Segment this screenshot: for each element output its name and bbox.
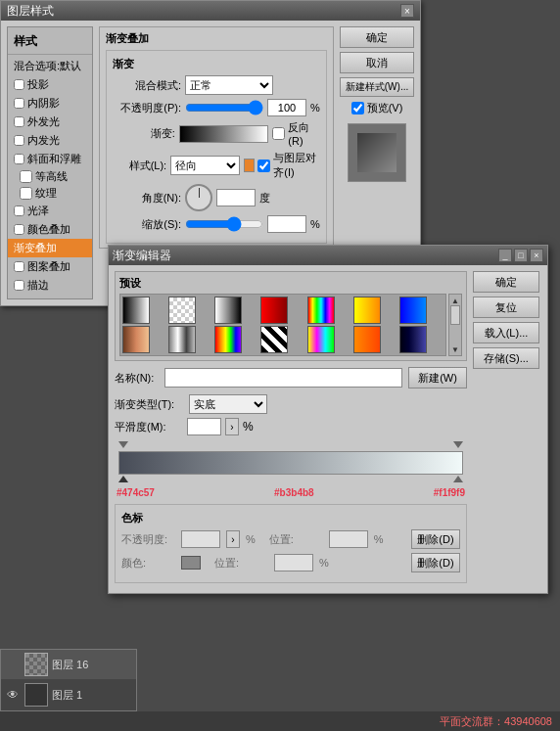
sidebar-item-inner-shadow[interactable]: 内阴影 <box>8 94 92 113</box>
angle-input[interactable]: 90 <box>216 189 256 206</box>
preset-swatch-trans[interactable] <box>168 297 196 324</box>
preset-swatch-gray[interactable] <box>214 297 242 324</box>
align-checkbox[interactable] <box>257 160 270 172</box>
pattern-overlay-checkbox[interactable] <box>14 261 24 272</box>
ge-presets-grid <box>119 294 446 356</box>
ge-gradient-bar[interactable] <box>118 451 463 475</box>
contour-checkbox[interactable] <box>20 170 32 183</box>
color-overlay-checkbox[interactable] <box>14 224 24 235</box>
preset-swatch-rainbow2[interactable] <box>214 326 242 353</box>
ge-opacity-delete-button[interactable]: 删除(D) <box>411 529 460 549</box>
preset-swatch-multi[interactable] <box>307 326 335 353</box>
gradient-preview-bar[interactable] <box>179 125 268 143</box>
ge-save-button[interactable]: 存储(S)... <box>473 347 539 369</box>
ge-close-button[interactable]: × <box>530 249 543 262</box>
ge-opacity-position-input[interactable] <box>329 530 368 548</box>
ge-stops-label: 色标 <box>121 511 460 525</box>
ge-load-button[interactable]: 载入(L)... <box>473 322 539 343</box>
ge-scroll-down-arrow[interactable]: ▼ <box>450 344 460 354</box>
opacity-input[interactable]: 100 <box>267 99 306 116</box>
layer-item-1[interactable]: 👁 图层 1 <box>1 680 136 710</box>
preset-swatch-stripe[interactable] <box>260 326 288 353</box>
reverse-checkbox-row: 反向(R) <box>272 120 320 147</box>
ge-smooth-input[interactable]: 100 <box>187 418 221 435</box>
satin-checkbox[interactable] <box>14 206 24 216</box>
ge-smooth-arrow-button[interactable]: › <box>225 418 239 435</box>
sidebar-item-outer-glow[interactable]: 外发光 <box>8 113 92 131</box>
sidebar-item-gradient-overlay[interactable]: 渐变叠加 <box>8 239 92 257</box>
scale-input[interactable]: 102 <box>267 215 306 233</box>
preset-swatch-yellow[interactable] <box>353 297 381 324</box>
sidebar-item-color-overlay[interactable]: 颜色叠加 <box>8 220 92 239</box>
preview-checkbox[interactable] <box>351 102 364 114</box>
sidebar-item-contour[interactable]: 等高线 <box>8 168 92 185</box>
ge-color-stop-right[interactable] <box>453 476 463 487</box>
style-select[interactable]: 径向 <box>170 156 240 175</box>
sidebar-item-satin[interactable]: 光泽 <box>8 202 92 220</box>
ge-presets-scrollbar[interactable]: ▲ ▼ <box>448 294 462 356</box>
new-style-button[interactable]: 新建样式(W)... <box>340 77 414 97</box>
opacity-slider[interactable] <box>185 103 263 113</box>
ge-name-input[interactable]: Custom <box>164 368 402 388</box>
cancel-button[interactable]: 取消 <box>340 52 414 73</box>
sidebar-item-blend-options[interactable]: 混合选项:默认 <box>8 57 92 75</box>
ge-ok-button[interactable]: 确定 <box>473 271 539 293</box>
ge-presets-scrollbar-thumb[interactable] <box>450 305 460 325</box>
ge-color-label-right: #f1f9f9 <box>434 487 465 498</box>
drop-shadow-checkbox[interactable] <box>14 79 24 90</box>
sidebar-item-drop-shadow[interactable]: 投影 <box>8 75 92 94</box>
ge-color-swatch[interactable] <box>181 556 201 570</box>
ge-type-label: 渐变类型(T): <box>115 397 183 412</box>
align-color-swatch <box>244 159 255 172</box>
ge-opacity-stop-label: 不透明度: <box>121 532 175 547</box>
ge-opacity-stop-left[interactable] <box>118 441 128 448</box>
ge-opacity-position-label: 位置: <box>269 532 323 547</box>
preset-swatch-rainbow[interactable] <box>307 297 335 324</box>
texture-checkbox[interactable] <box>20 187 32 200</box>
reverse-checkbox[interactable] <box>272 127 285 140</box>
sidebar-item-stroke[interactable]: 描边 <box>8 276 92 295</box>
inner-glow-checkbox[interactable] <box>14 135 24 146</box>
outer-glow-checkbox[interactable] <box>14 116 24 127</box>
scale-slider[interactable] <box>185 219 263 229</box>
preset-swatch-darkblue[interactable] <box>399 326 427 353</box>
ge-scroll-up-arrow[interactable]: ▲ <box>450 296 460 305</box>
ok-button[interactable]: 确定 <box>340 26 414 48</box>
ge-minimize-button[interactable]: _ <box>498 249 512 262</box>
layers-panel: 图层 16 👁 图层 1 <box>0 649 137 711</box>
sidebar-item-texture[interactable]: 纹理 <box>8 185 92 202</box>
preset-swatch-blue[interactable] <box>399 297 427 324</box>
sidebar-item-inner-glow[interactable]: 内发光 <box>8 131 92 150</box>
gradient-editor-dialog: 渐变编辑器 _ □ × 预设 <box>108 245 548 594</box>
layer-item-16[interactable]: 图层 16 <box>1 650 136 680</box>
inner-shadow-checkbox[interactable] <box>14 98 24 109</box>
ge-color-stop-position-input[interactable] <box>274 554 313 571</box>
bottom-bar-text: 平面交流群：43940608 <box>440 714 552 729</box>
sidebar-item-pattern-overlay[interactable]: 图案叠加 <box>8 257 92 276</box>
ge-new-button[interactable]: 新建(W) <box>408 367 467 388</box>
angle-label: 角度(N): <box>113 191 181 206</box>
bevel-checkbox[interactable] <box>14 154 24 164</box>
preset-swatch-orange[interactable] <box>353 326 381 353</box>
preset-swatch-bw[interactable] <box>122 297 150 324</box>
ge-opacity-stop-input[interactable] <box>181 530 220 548</box>
ge-opacity-arrow-button[interactable]: › <box>226 530 240 548</box>
stroke-checkbox[interactable] <box>14 280 24 291</box>
preset-swatch-chrome[interactable] <box>168 326 196 353</box>
preset-swatch-copper[interactable] <box>122 326 150 353</box>
ge-opacity-stop-right[interactable] <box>453 441 463 448</box>
ge-type-select[interactable]: 实底 <box>189 394 267 414</box>
layer-eye-1[interactable]: 👁 <box>5 687 21 703</box>
layer-eye-16[interactable] <box>5 657 21 672</box>
main-dialog-close-button[interactable]: × <box>400 4 414 18</box>
eye-icon-1: 👁 <box>7 688 19 702</box>
ge-reset-button[interactable]: 复位 <box>473 297 539 318</box>
ge-maximize-button[interactable]: □ <box>514 249 528 262</box>
blend-mode-select[interactable]: 正常 <box>185 75 273 95</box>
sidebar-item-bevel[interactable]: 斜面和浮雕 <box>8 150 92 168</box>
preset-swatch-red[interactable] <box>260 297 288 324</box>
opacity-label: 不透明度(P): <box>113 101 181 115</box>
angle-dial[interactable] <box>185 184 212 211</box>
ge-color-stop-left[interactable] <box>118 476 128 487</box>
ge-color-delete-button[interactable]: 删除(D) <box>411 553 460 572</box>
